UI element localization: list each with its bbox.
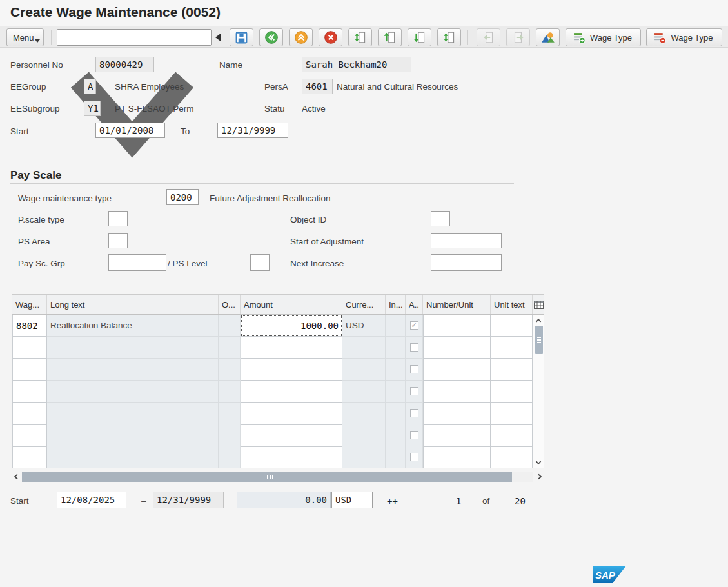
cell-unit-text[interactable] [491,403,533,424]
name-field[interactable]: Sarah Beckham20 [302,57,411,72]
cell-amount[interactable]: 1000.00 [241,315,342,337]
cell-number-unit[interactable] [423,424,491,446]
cell-currency[interactable] [342,381,386,403]
cell-in[interactable] [386,359,406,381]
pay-sc-grp-field[interactable] [108,254,166,271]
next-increase-field[interactable] [431,254,502,271]
cell-long-text[interactable] [47,424,219,446]
a-checkbox-checked[interactable]: ✓ [410,321,418,330]
a-checkbox[interactable] [410,365,418,373]
table-config-button[interactable] [533,295,545,314]
cell-o[interactable] [219,446,241,468]
object-id-field[interactable] [431,211,450,226]
scroll-right-arrow-icon[interactable] [535,471,544,483]
col-header-o[interactable]: O... [219,295,241,314]
personnel-no-field[interactable]: 80000429 [95,57,154,72]
overview-button[interactable] [536,28,560,46]
cell-wage-type[interactable] [12,403,47,424]
cell-in[interactable] [386,424,406,446]
cell-number-unit[interactable] [423,315,491,337]
wage-type-delete-button[interactable]: Wage Type [646,28,722,46]
cell-currency[interactable] [342,403,386,424]
cell-o[interactable] [219,359,241,381]
cell-amount[interactable] [241,403,342,424]
scroll-up-arrow-icon[interactable] [533,316,544,325]
cell-in[interactable] [386,403,406,424]
cancel-button[interactable] [319,28,342,46]
previous-record-button[interactable] [477,28,500,46]
cell-currency[interactable] [342,446,386,468]
cell-long-text[interactable]: Reallocation Balance [47,315,219,337]
cell-number-unit[interactable] [423,446,491,468]
last-page-button[interactable] [437,28,461,46]
ps-level-field[interactable] [250,254,270,271]
cell-o[interactable] [219,403,241,424]
cell-unit-text[interactable] [491,381,533,403]
cell-amount[interactable] [241,381,342,403]
cell-amount[interactable] [241,424,342,446]
cell-number-unit[interactable] [423,403,491,424]
first-page-button[interactable] [348,28,372,46]
cell-amount[interactable] [241,446,342,468]
cell-in[interactable] [386,315,406,337]
cell-o[interactable] [219,315,241,337]
save-button[interactable] [230,28,253,46]
a-checkbox[interactable] [410,431,418,439]
cell-currency[interactable]: USD [342,315,386,337]
cell-currency[interactable] [342,337,386,359]
wage-type-add-button[interactable]: Wage Type [566,28,641,46]
eegroup-field[interactable]: A [84,79,96,94]
cell-wage-type[interactable] [12,424,47,446]
scroll-left-arrow-icon[interactable] [12,471,21,483]
cell-number-unit[interactable] [423,359,491,381]
collapse-command-icon[interactable] [215,34,221,41]
footer-start-date-field[interactable]: 12/08/2025 [57,492,126,508]
cell-in[interactable] [386,337,406,359]
page-up-button[interactable] [378,28,402,46]
to-date-field[interactable]: 12/31/9999 [217,123,288,138]
pscale-type-field[interactable] [108,211,128,226]
col-header-unit-text[interactable]: Unit text [491,295,533,314]
eesubgroup-field[interactable]: Y1 [84,101,101,116]
col-header-number-unit[interactable]: Number/Unit [423,295,491,314]
vertical-scrollbar[interactable] [533,315,544,468]
cell-wage-type[interactable] [12,446,47,468]
cell-long-text[interactable] [47,337,219,359]
cell-unit-text[interactable] [491,446,533,468]
footer-amount-field[interactable]: 0.00 [237,492,331,508]
cell-number-unit[interactable] [423,381,491,403]
cell-o[interactable] [219,424,241,446]
vertical-scrollbar-thumb[interactable] [535,326,543,354]
cell-wage-type[interactable] [12,359,47,381]
ps-area-field[interactable] [108,233,128,248]
horizontal-scrollbar-thumb[interactable] [22,472,512,482]
cell-currency[interactable] [342,359,386,381]
cell-long-text[interactable] [47,446,219,468]
cell-in[interactable] [386,446,406,468]
cell-amount[interactable] [241,359,342,381]
cell-wage-type[interactable]: 8802 [12,315,47,337]
cell-unit-text[interactable] [491,359,533,381]
next-record-button[interactable] [506,28,530,46]
cell-long-text[interactable] [47,403,219,424]
a-checkbox[interactable] [410,453,418,461]
horizontal-scrollbar-track[interactable] [22,472,533,482]
cell-wage-type[interactable] [12,337,47,359]
cell-unit-text[interactable] [491,315,533,337]
wage-maintenance-type-field[interactable]: 0200 [166,189,199,205]
a-checkbox[interactable] [410,409,418,417]
col-header-amount[interactable]: Amount [241,295,342,314]
cell-long-text[interactable] [47,359,219,381]
cell-unit-text[interactable] [491,337,533,359]
a-checkbox[interactable] [410,387,418,395]
cell-o[interactable] [219,381,241,403]
cell-currency[interactable] [342,424,386,446]
a-checkbox[interactable] [410,343,418,352]
command-field[interactable] [57,29,212,46]
col-header-wage-type[interactable]: Wag... [12,295,47,314]
cell-in[interactable] [386,381,406,403]
start-of-adjustment-field[interactable] [431,233,502,248]
start-date-field[interactable]: 01/01/2008 [95,123,165,138]
page-down-button[interactable] [408,28,431,46]
cell-number-unit[interactable] [423,337,491,359]
